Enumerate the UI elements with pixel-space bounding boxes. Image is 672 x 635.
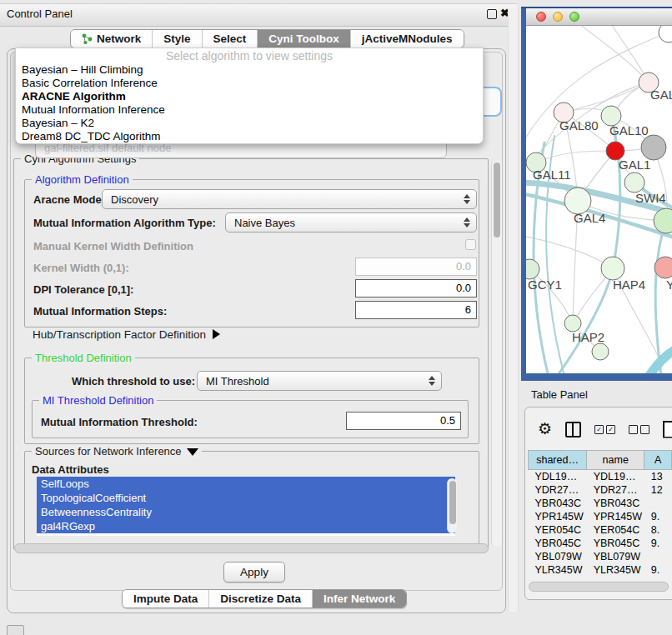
table-cell: YPR145W <box>529 510 587 523</box>
node-label: GAL80 <box>559 118 599 132</box>
network-edge-highlighted[interactable] <box>611 116 620 268</box>
column-header[interactable]: shared… <box>529 451 587 470</box>
network-node[interactable] <box>654 208 672 233</box>
network-edge[interactable] <box>536 151 615 162</box>
data-attributes-list: SelfLoopsTopologicalCoefficientBetweenne… <box>37 477 455 536</box>
node-table[interactable]: shared…nameAYDL19…YDL19…13YDR27…YDR27…12… <box>528 450 672 577</box>
gear-icon[interactable]: ⚙ <box>538 421 552 438</box>
attribute-list-scrollbar[interactable] <box>447 478 457 533</box>
network-node[interactable] <box>641 135 666 160</box>
table-row[interactable]: YLR345WYLR345W9. <box>529 563 672 577</box>
table-cell: YDL19… <box>587 470 644 484</box>
table-row[interactable]: YDL19…YDL19…13 <box>529 470 672 484</box>
network-node[interactable] <box>624 172 644 192</box>
table-row[interactable]: YBL079WYBL079W <box>529 550 672 563</box>
close-traffic-light-icon[interactable] <box>536 12 546 22</box>
network-node[interactable] <box>601 257 624 280</box>
column-header[interactable]: A <box>644 451 672 470</box>
minimize-traffic-light-icon[interactable] <box>553 12 563 22</box>
network-edge[interactable] <box>576 26 649 82</box>
minimized-panel-icon[interactable] <box>7 625 24 635</box>
float-window-icon[interactable] <box>487 9 497 19</box>
table-row[interactable]: YBR045CYBR045C9. <box>529 537 672 550</box>
data-attribute-item[interactable]: TopologicalCoefficient <box>37 491 455 505</box>
algorithm-option[interactable]: Bayesian – K2 <box>16 117 483 130</box>
mi-threshold-field[interactable]: 0.5 <box>346 412 461 430</box>
settings-horizontal-scrollbar[interactable] <box>14 543 489 553</box>
network-node[interactable] <box>564 315 581 332</box>
panel-splitter[interactable] <box>508 8 519 612</box>
data-attributes-label: Data Attributes <box>32 463 109 476</box>
table-cell: 8. <box>644 523 672 537</box>
network-node[interactable] <box>659 26 672 42</box>
network-window-titlebar[interactable] <box>526 8 672 26</box>
bottom-tab-infer-network[interactable]: Infer Network <box>313 590 406 608</box>
bottom-tab-impute-data[interactable]: Impute Data <box>123 590 209 608</box>
table-cell: YLR345W <box>587 563 644 577</box>
aracne-mode-label: Aracne Mode: <box>33 193 105 206</box>
columns-icon[interactable] <box>565 422 581 438</box>
algorithm-option[interactable]: Mutual Information Inference <box>16 103 483 117</box>
table-cell: YBR043C <box>587 497 644 510</box>
mi-steps-field[interactable]: 6 <box>355 301 477 319</box>
apply-button[interactable]: Apply <box>223 562 285 582</box>
manual-kernel-width-label: Manual Kernel Width Definition <box>33 240 193 252</box>
manual-kernel-width-checkbox[interactable] <box>465 239 476 250</box>
data-attribute-item[interactable]: gal4RGexp <box>37 519 455 533</box>
algorithm-option[interactable]: Dream8 DC_TDC Algorithm <box>16 130 483 143</box>
mi-algorithm-type-label: Mutual Information Algorithm Type: <box>33 217 216 229</box>
table-horizontal-scrollbar[interactable] <box>529 582 669 592</box>
tab-cyni-toolbox[interactable]: Cyni Toolbox <box>258 30 351 48</box>
network-node[interactable] <box>654 257 672 278</box>
node-label: GAL1 <box>619 158 650 172</box>
table-cell: 9. <box>644 537 672 550</box>
mi-algorithm-type-combobox[interactable]: Naive Bayes <box>225 212 477 232</box>
algorithm-option[interactable]: Basic Correlation Inference <box>16 77 483 90</box>
bottom-tabbar: Impute DataDiscretize DataInfer Network <box>122 589 407 608</box>
kernel-width-field[interactable]: 0.0 <box>355 258 477 276</box>
kernel-width-label: Kernel Width (0,1): <box>33 262 129 274</box>
hub-definition-expander[interactable]: Hub/Transcription Factor Definition <box>33 328 220 341</box>
network-edge[interactable] <box>526 234 613 268</box>
document-icon[interactable] <box>663 421 672 438</box>
sources-title[interactable]: Sources for Network Inference <box>32 445 202 458</box>
table-cell: YDR27… <box>587 483 644 497</box>
tab-select[interactable]: Select <box>203 30 258 48</box>
table-cell: 9. <box>644 563 672 577</box>
network-icon <box>82 33 93 44</box>
mi-threshold-label: Mutual Information Threshold: <box>41 416 198 428</box>
algorithm-option[interactable]: ARACNE Algorithm <box>16 90 483 103</box>
data-attribute-item[interactable]: BetweennessCentrality <box>37 505 455 519</box>
settings-vertical-scrollbar[interactable] <box>491 160 502 547</box>
unchecked-pair-icon[interactable] <box>629 425 649 434</box>
bottom-tab-label: Discretize Data <box>220 592 301 605</box>
bottom-tab-discretize-data[interactable]: Discretize Data <box>209 590 313 608</box>
node-label: GAL10 <box>609 123 649 138</box>
tab-style[interactable]: Style <box>153 30 202 48</box>
sources-group: Sources for Network Inference Data Attri… <box>24 451 479 549</box>
table-cell: YBL079W <box>587 550 644 563</box>
tab-network[interactable]: Network <box>71 30 153 48</box>
which-threshold-combobox[interactable]: MI Threshold <box>197 371 442 391</box>
table-row[interactable]: YDR27…YDR27…12 <box>529 483 672 497</box>
checked-pair-icon[interactable]: ✓✓ <box>594 425 615 434</box>
dpi-tolerance-field[interactable]: 0.0 <box>355 279 477 298</box>
tab-jactivemnodules[interactable]: jActiveMNodules <box>351 30 464 48</box>
node-label: GAL4 <box>574 211 605 225</box>
table-row[interactable]: YER054CYER054C8. <box>529 523 672 537</box>
combo-stepper-icon <box>429 376 435 386</box>
network-canvas[interactable]: GALGAL80GAL10GAL1GAL11SWI4GAL4GCY1HAP4YH… <box>526 26 672 373</box>
data-attribute-item[interactable]: SelfLoops <box>37 477 455 491</box>
table-row[interactable]: YPR145WYPR145W9. <box>529 510 672 523</box>
node-label: GAL11 <box>533 168 571 182</box>
mi-steps-label: Mutual Information Steps: <box>33 305 167 318</box>
aracne-mode-combobox[interactable]: Discovery <box>102 189 477 209</box>
table-row[interactable]: YBR043CYBR043C <box>529 497 672 510</box>
table-cell: YBR045C <box>529 537 587 550</box>
network-edge-highlighted[interactable] <box>655 221 666 373</box>
network-node[interactable] <box>592 343 609 360</box>
algorithm-option[interactable]: Bayesian – Hill Climbing <box>16 63 483 77</box>
threshold-definition-title: Threshold Definition <box>32 352 135 364</box>
zoom-traffic-light-icon[interactable] <box>569 12 579 22</box>
column-header[interactable]: name <box>587 451 644 470</box>
